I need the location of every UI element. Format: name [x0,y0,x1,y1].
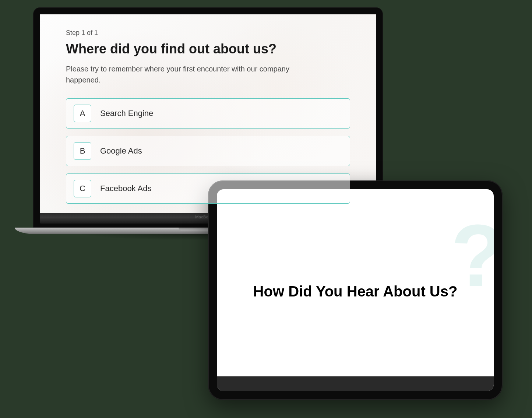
question-title: Where did you find out about us? [66,41,350,57]
step-indicator: Step 1 of 1 [66,29,350,37]
option-a[interactable]: A Search Engine [66,98,350,129]
laptop-screen: Step 1 of 1 Where did you find out about… [40,14,376,213]
laptop-bezel: Step 1 of 1 Where did you find out about… [33,7,383,228]
option-c[interactable]: C Facebook Ads [66,173,350,204]
option-key-badge: C [74,180,91,197]
option-b[interactable]: B Google Ads [66,136,350,166]
options-list: A Search Engine B Google Ads C Facebook … [66,98,350,204]
option-label: Google Ads [100,146,142,156]
tablet-screen: ? How Did You Hear About Us? [217,189,494,391]
tablet-device: ? How Did You Hear About Us? [208,180,503,400]
survey-form: Step 1 of 1 Where did you find out about… [40,14,376,204]
tablet-title: How Did You Hear About Us? [217,283,494,300]
option-label: Facebook Ads [100,184,151,193]
option-label: Search Engine [100,109,153,118]
question-description: Please try to remember where your first … [66,63,316,85]
option-key-badge: B [74,142,91,160]
tablet-bottom-bar [217,376,494,391]
option-key-badge: A [74,105,91,122]
